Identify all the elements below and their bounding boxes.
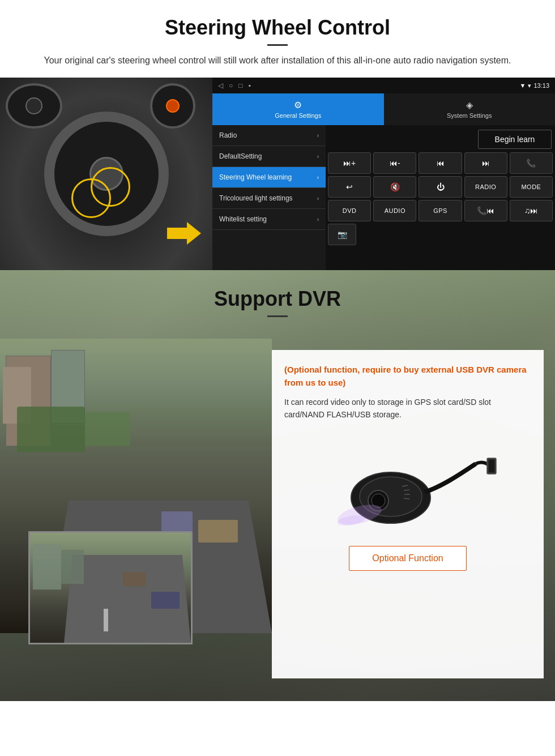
dvr-camera-svg xyxy=(317,435,498,532)
dvr-inset-screen xyxy=(28,531,193,644)
vol-down-btn[interactable]: ⏮- xyxy=(373,152,416,174)
svg-marker-0 xyxy=(167,222,201,245)
gps-btn[interactable]: GPS xyxy=(419,200,462,221)
menu-item-tricoloured[interactable]: Tricoloured light settings › xyxy=(212,188,326,209)
mode-btn[interactable]: MODE xyxy=(510,176,553,198)
section1-title: Steering Wheel Control xyxy=(34,16,521,40)
dvr-camera-image xyxy=(284,433,531,535)
tab-general-settings[interactable]: ⚙ General Settings xyxy=(212,93,384,125)
phone-prev-btn[interactable]: 📞⏮ xyxy=(464,200,507,221)
time-display: 13:13 xyxy=(533,82,549,89)
tab-general-label: General Settings xyxy=(275,112,321,119)
dvr-section: Support DVR xyxy=(0,270,555,701)
section1-title-area: Steering Wheel Control Your original car… xyxy=(0,0,555,78)
audio-btn[interactable]: AUDIO xyxy=(373,200,416,221)
begin-learn-row: Begin learn xyxy=(328,127,553,150)
gear-icon: ⚙ xyxy=(294,100,302,110)
power-btn[interactable]: ⏻ xyxy=(419,176,462,198)
chevron-icon: › xyxy=(317,216,319,223)
next-btn[interactable]: ⏭ xyxy=(464,152,507,174)
dvr-street-photo xyxy=(0,339,272,678)
dvr-optional-warning: (Optional function, require to buy exter… xyxy=(284,364,531,389)
android-tabs: ⚙ General Settings ◈ System Settings xyxy=(212,93,555,125)
android-buttons-panel: Begin learn ⏭+ ⏮- ⏮ ⏭ 📞 ↩ 🔇 ⏻ RADIO MODE xyxy=(326,125,555,270)
vol-up-btn[interactable]: ⏭+ xyxy=(328,152,371,174)
menu-item-radio-label: Radio xyxy=(219,131,237,139)
system-icon: ◈ xyxy=(466,100,473,110)
dvr-section-content: Support DVR xyxy=(0,270,555,701)
dvd-btn[interactable]: DVD xyxy=(328,200,371,221)
menu-item-defaultsetting[interactable]: DefaultSetting › xyxy=(212,146,326,167)
dvr-description: It can record video only to storage in G… xyxy=(284,396,531,421)
svg-line-8 xyxy=(404,498,409,499)
arrow-indicator xyxy=(167,219,201,247)
dvr-inset-road-bg xyxy=(30,533,191,643)
phone-btn[interactable]: 📞 xyxy=(510,152,553,174)
title-divider xyxy=(267,44,288,46)
optional-function-button[interactable]: Optional Function xyxy=(349,546,466,571)
android-ui-panel: ◁ ○ □ ▪ ▼ ▾ 13:13 ⚙ General Settings ◈ S… xyxy=(212,78,555,270)
menu-item-radio[interactable]: Radio › xyxy=(212,125,326,146)
android-statusbar: ◁ ○ □ ▪ ▼ ▾ 13:13 xyxy=(212,78,555,93)
tab-system-settings[interactable]: ◈ System Settings xyxy=(384,93,556,125)
steering-ui-container: ◁ ○ □ ▪ ▼ ▾ 13:13 ⚙ General Settings ◈ S… xyxy=(0,78,555,270)
android-settings-menu: Radio › DefaultSetting › Steering Wheel … xyxy=(212,125,326,270)
dvr-title-area: Support DVR xyxy=(0,270,555,339)
radio-btn[interactable]: RADIO xyxy=(464,176,507,198)
chevron-icon: › xyxy=(317,133,319,139)
prev-btn[interactable]: ⏮ xyxy=(419,152,462,174)
button-row-3: DVD AUDIO GPS 📞⏮ ♫⏭ xyxy=(328,200,553,221)
begin-learn-button[interactable]: Begin learn xyxy=(478,130,552,149)
steering-wheel-ring xyxy=(44,112,169,236)
hangup-btn[interactable]: ↩ xyxy=(328,176,371,198)
menu-item-steering-wheel[interactable]: Steering Wheel learning › xyxy=(212,167,326,188)
dvr-main-area: (Optional function, require to buy exter… xyxy=(0,339,555,701)
signal-icon: ▼ xyxy=(520,82,526,89)
button-row-4: 📷 xyxy=(328,224,553,245)
wifi-icon: ▾ xyxy=(528,82,531,89)
menu-item-defaultsetting-label: DefaultSetting xyxy=(219,152,262,160)
menu-item-whitelist-label: Whitelist setting xyxy=(219,215,267,223)
button-row-2: ↩ 🔇 ⏻ RADIO MODE xyxy=(328,176,553,198)
chevron-icon: › xyxy=(317,195,319,202)
steering-wheel-graphic xyxy=(0,78,212,270)
chevron-icon: › xyxy=(317,174,319,181)
menu-item-steering-label: Steering Wheel learning xyxy=(219,173,292,181)
dvr-info-card: (Optional function, require to buy exter… xyxy=(272,350,544,678)
mute-btn[interactable]: 🔇 xyxy=(373,176,416,198)
section1-description: Your original car's steering wheel contr… xyxy=(34,54,521,67)
steering-photo xyxy=(0,78,212,270)
dvr-title-divider xyxy=(267,315,288,317)
camera-btn[interactable]: 📷 xyxy=(328,224,356,245)
chevron-icon: › xyxy=(317,153,319,160)
button-row-1: ⏭+ ⏮- ⏮ ⏭ 📞 xyxy=(328,152,553,174)
android-content-area: Radio › DefaultSetting › Steering Wheel … xyxy=(212,125,555,270)
tab-system-label: System Settings xyxy=(447,112,492,119)
menu-item-tricoloured-label: Tricoloured light settings xyxy=(219,194,293,202)
dvr-title: Support DVR xyxy=(34,287,521,311)
svg-rect-10 xyxy=(489,460,494,472)
menu-item-whitelist[interactable]: Whitelist setting › xyxy=(212,209,326,230)
right-control-highlight xyxy=(91,167,130,207)
music-next-btn[interactable]: ♫⏭ xyxy=(510,200,553,221)
optional-btn-row: Optional Function xyxy=(284,546,531,571)
svg-line-6 xyxy=(404,490,409,490)
back-button[interactable]: ◁ ○ □ ▪ xyxy=(218,82,251,89)
